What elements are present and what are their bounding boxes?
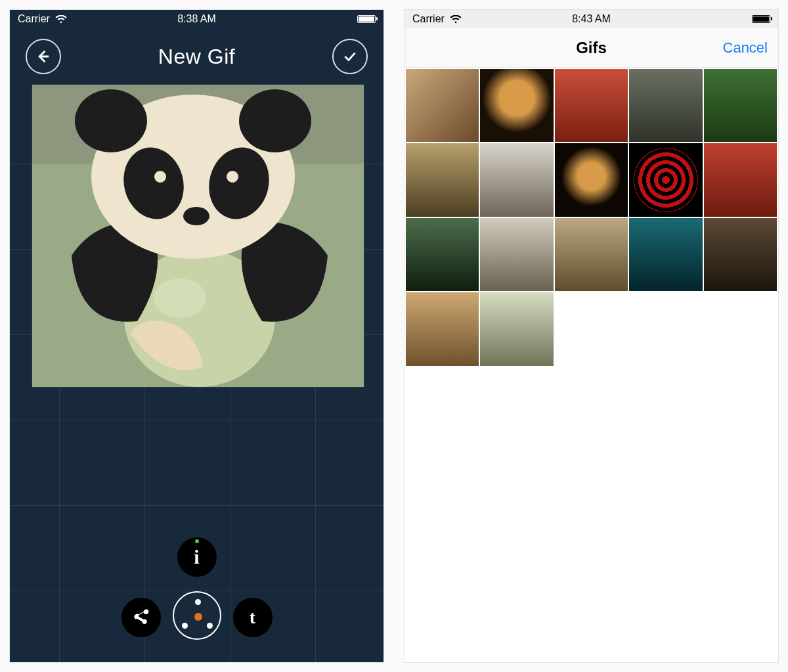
gif-thumb[interactable] [480,143,553,216]
clock: 8:43 AM [405,13,778,25]
gif-thumb[interactable] [480,292,553,365]
gif-thumb[interactable] [555,69,628,142]
gif-thumb[interactable] [704,143,777,216]
editor-canvas: i t [10,85,383,662]
panda-illustration [32,85,364,387]
back-button[interactable] [26,39,61,74]
info-icon: i [194,546,199,568]
gif-thumb[interactable] [480,218,553,291]
gif-thumb[interactable] [704,69,777,142]
header-title: New Gif [158,45,235,69]
tumblr-button[interactable]: t [233,598,273,637]
status-bar: Carrier 8:38 AM [10,10,383,28]
cancel-button[interactable]: Cancel [723,39,768,56]
gif-thumb[interactable] [629,69,702,142]
picker-nav: Gifs Cancel [405,28,778,68]
gif-preview[interactable] [32,85,364,387]
svg-point-5 [75,89,147,152]
editor-screen: Carrier 8:38 AM New Gif [9,9,384,663]
svg-point-10 [227,171,238,183]
gif-thumb[interactable] [406,292,479,365]
gif-thumb[interactable] [555,218,628,291]
menu-dots-icon [174,593,220,638]
nav-title: Gifs [576,39,607,57]
gif-grid [405,68,778,366]
share-icon [131,608,151,627]
svg-point-11 [183,207,209,225]
battery-icon [357,15,376,23]
gif-thumb[interactable] [406,218,479,291]
svg-point-3 [154,279,206,318]
editor-header: New Gif [10,28,383,85]
svg-point-6 [239,89,311,152]
svg-point-9 [154,171,166,183]
gif-thumb[interactable] [704,218,777,291]
gif-thumb[interactable] [555,143,628,216]
share-radial-menu: i t [121,537,273,649]
gif-thumb[interactable] [406,69,479,142]
status-bar: Carrier 8:43 AM [405,10,778,28]
picker-screen: Carrier 8:43 AM Gifs Cancel [404,9,779,663]
gif-thumb[interactable] [406,143,479,216]
battery-icon [752,15,770,23]
info-button[interactable]: i [177,537,217,577]
gif-thumb[interactable] [629,143,702,216]
clock: 8:38 AM [10,13,383,25]
menu-toggle-button[interactable] [173,591,221,640]
gif-thumb[interactable] [480,69,553,142]
gif-thumb[interactable] [629,218,702,291]
tumblr-icon: t [250,607,255,628]
confirm-button[interactable] [332,39,368,74]
share-button[interactable] [121,598,161,637]
